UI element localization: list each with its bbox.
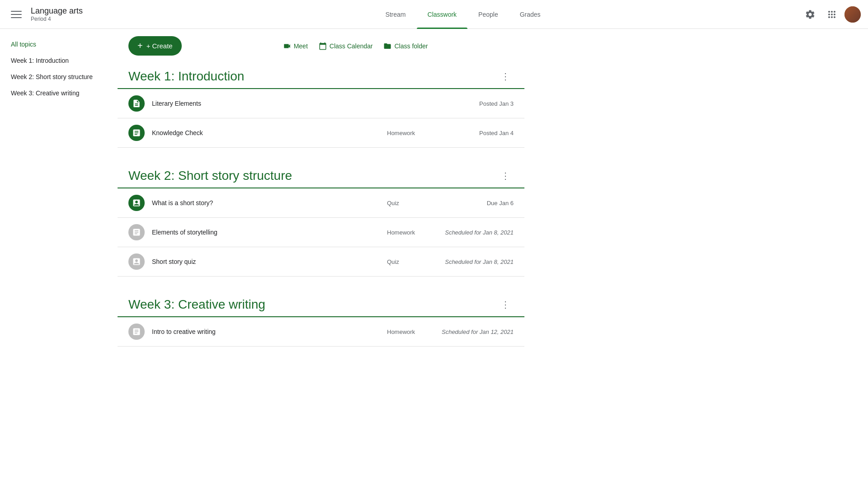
calendar-label: Class Calendar [330,42,373,50]
sidebar-item-week1[interactable]: Week 1: Introduction [0,52,118,69]
sidebar-item-week3[interactable]: Week 3: Creative writing [0,85,118,101]
section-week1-title: Week 1: Introduction [128,69,244,84]
short-story-name: What is a short story? [152,199,387,206]
toolbar-actions: Meet Class Calendar [283,42,428,50]
calendar-link[interactable]: Class Calendar [319,42,373,50]
knowledge-check-name: Knowledge Check [152,129,387,136]
folder-label: Class folder [394,42,428,50]
assignment-intro-creative-writing[interactable]: Intro to creative writing Homework Sched… [118,317,524,347]
short-story-quiz-icon [128,253,145,270]
menu-button[interactable] [7,5,25,23]
literary-elements-date: Posted Jan 3 [432,100,514,107]
section-week2-title: Week 2: Short story structure [128,169,292,183]
section-week2-header: Week 2: Short story structure ⋮ [118,162,524,188]
section-week1-header: Week 1: Introduction ⋮ [118,63,524,89]
section-week3-more-button[interactable]: ⋮ [497,296,514,313]
short-story-quiz-name: Short story quiz [152,258,387,265]
main-layout: All topics Week 1: Introduction Week 2: … [0,29,868,488]
app-title-group: Language arts Period 4 [31,6,83,22]
sidebar-item-all-topics[interactable]: All topics [0,36,118,52]
nav-stream[interactable]: Stream [374,0,416,29]
elements-storytelling-date: Scheduled for Jan 8, 2021 [432,229,514,236]
intro-creative-writing-type: Homework [387,328,432,335]
knowledge-check-type: Homework [387,130,432,136]
short-story-type: Quiz [387,200,432,206]
folder-link[interactable]: Class folder [383,42,428,50]
apps-button[interactable] [823,5,841,23]
short-story-quiz-type: Quiz [387,258,432,265]
app-subtitle: Period 4 [31,16,83,22]
assignment-short-story-quiz[interactable]: Short story quiz Quiz Scheduled for Jan … [118,247,524,277]
create-plus-icon: + [137,41,143,51]
section-week3: Week 3: Creative writing ⋮ Intro to crea… [118,291,524,347]
knowledge-check-icon [128,125,145,141]
assignment-literary-elements[interactable]: Literary Elements Posted Jan 3 [118,89,524,118]
section-week2-more-button[interactable]: ⋮ [497,168,514,184]
meet-link[interactable]: Meet [283,42,308,50]
intro-creative-writing-name: Intro to creative writing [152,328,387,335]
intro-creative-writing-icon [128,324,145,340]
nav-grades[interactable]: Grades [509,0,552,29]
nav-classwork[interactable]: Classwork [417,0,468,29]
avatar[interactable] [844,6,861,23]
meet-icon [283,42,291,50]
meet-label: Meet [294,42,308,50]
calendar-icon [319,42,327,50]
short-story-quiz-date: Scheduled for Jan 8, 2021 [432,258,514,265]
short-story-icon [128,195,145,211]
sidebar-item-week2[interactable]: Week 2: Short story structure [0,69,118,85]
toolbar: + + Create Meet [118,29,524,63]
header-right [801,5,861,23]
section-week3-title: Week 3: Creative writing [128,297,265,312]
literary-elements-name: Literary Elements [152,100,387,107]
literary-elements-icon [128,95,145,112]
settings-button[interactable] [801,5,819,23]
app-header: Language arts Period 4 Stream Classwork … [0,0,868,29]
assignment-short-story[interactable]: What is a short story? Quiz Due Jan 6 [118,188,524,218]
section-week3-header: Week 3: Creative writing ⋮ [118,291,524,317]
sidebar: All topics Week 1: Introduction Week 2: … [0,29,118,488]
create-button[interactable]: + + Create [128,36,182,56]
hamburger-icon [11,9,22,20]
section-week1: Week 1: Introduction ⋮ Literary Elements… [118,63,524,148]
create-label: + Create [146,42,173,50]
assignment-elements-storytelling[interactable]: Elements of storytelling Homework Schedu… [118,218,524,247]
section-week1-more-button[interactable]: ⋮ [497,68,514,84]
assignment-knowledge-check[interactable]: Knowledge Check Homework Posted Jan 4 [118,118,524,148]
elements-storytelling-icon [128,224,145,240]
short-story-date: Due Jan 6 [432,200,514,206]
header-left: Language arts Period 4 [7,5,125,23]
main-nav: Stream Classwork People Grades [125,0,801,29]
section-week2: Week 2: Short story structure ⋮ What is … [118,162,524,277]
folder-icon [383,42,392,50]
elements-storytelling-name: Elements of storytelling [152,229,387,236]
elements-storytelling-type: Homework [387,229,432,236]
intro-creative-writing-date: Scheduled for Jan 12, 2021 [432,328,514,335]
knowledge-check-date: Posted Jan 4 [432,130,514,136]
app-title: Language arts [31,6,83,16]
main-content: + + Create Meet [118,29,524,488]
nav-people[interactable]: People [467,0,509,29]
